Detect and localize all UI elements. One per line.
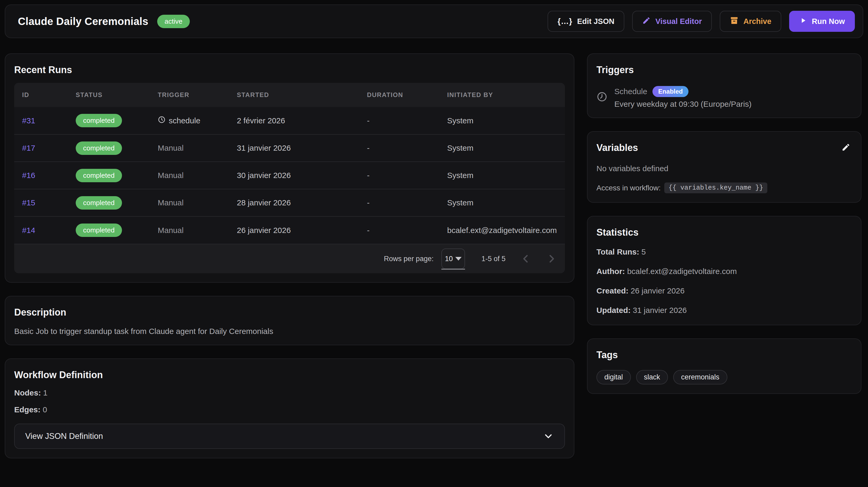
trigger-cell: Manual [158, 216, 237, 244]
tag-chip: ceremonials [673, 370, 727, 385]
stat-updated: Updated: 31 janvier 2026 [596, 305, 852, 316]
enabled-badge: Enabled [652, 86, 688, 97]
topbar-actions: {…} Edit JSON Visual Editor Archive Run [548, 11, 855, 32]
recent-runs-title: Recent Runs [14, 64, 565, 75]
page-title: Claude Daily Ceremonials [18, 16, 148, 27]
col-header-id: ID [14, 83, 76, 107]
recent-runs-card: Recent Runs ID STATUS TRIGGER ST [5, 53, 575, 283]
status-badge: active [157, 15, 190, 28]
runs-table: ID STATUS TRIGGER STARTED DURATION INITI… [14, 83, 565, 273]
col-header-duration: DURATION [367, 83, 447, 107]
initiated-by-cell: bcalef.ext@zadigetvoltaire.com [447, 216, 565, 244]
archive-label: Archive [743, 17, 771, 26]
edges-value: 0 [42, 405, 47, 414]
edges-line: Edges: 0 [14, 405, 565, 414]
pencil-icon [642, 16, 651, 27]
triggers-title: Triggers [596, 64, 852, 75]
col-header-initiated-by: INITIATED BY [447, 83, 565, 107]
next-page-button[interactable] [546, 252, 558, 265]
rows-per-page-value: 10 [445, 255, 453, 263]
table-row: #31 completed schedule [14, 107, 565, 134]
variables-card: Variables No variables defined Access in… [587, 131, 861, 203]
col-header-trigger: TRIGGER [158, 83, 237, 107]
chevron-right-icon [546, 252, 558, 265]
started-cell: 31 janvier 2026 [237, 134, 367, 162]
table-row: #14 completed Manual 26 janvier 2026 - b… [14, 216, 565, 244]
visual-editor-button[interactable]: Visual Editor [632, 11, 712, 32]
caret-down-icon [455, 257, 462, 261]
started-cell: 30 janvier 2026 [237, 162, 367, 189]
tag-chip: slack [636, 370, 668, 385]
stat-created: Created: 26 janvier 2026 [596, 285, 852, 296]
access-code-chip: {{ variables.key_name }} [664, 182, 767, 193]
edit-json-button[interactable]: {…} Edit JSON [548, 11, 624, 32]
table-row: #15 completed Manual 28 janvier 2026 - S… [14, 189, 565, 216]
stat-author: Author: bcalef.ext@zadigetvoltaire.com [596, 266, 852, 277]
trigger-cell: Manual [158, 162, 237, 189]
col-header-started: STARTED [237, 83, 367, 107]
run-id-link[interactable]: #14 [22, 226, 35, 235]
statistics-title: Statistics [596, 227, 852, 238]
description-card: Description Basic Job to trigger standup… [5, 296, 575, 345]
chevron-left-icon [519, 252, 532, 265]
variables-empty-text: No variables defined [596, 164, 852, 173]
nodes-label: Nodes: [14, 388, 41, 397]
main-column: Recent Runs ID STATUS TRIGGER ST [5, 53, 575, 458]
view-json-accordion[interactable]: View JSON Definition [14, 424, 565, 449]
triggers-card: Triggers Schedule Enabled Every weekday … [587, 53, 861, 118]
run-id-link[interactable]: #17 [22, 144, 35, 152]
tags-list: digital slack ceremonials [596, 370, 852, 385]
sidebar-column: Triggers Schedule Enabled Every weekday … [587, 53, 861, 394]
run-now-label: Run Now [812, 17, 845, 26]
nodes-line: Nodes: 1 [14, 388, 565, 397]
trigger-cell: Manual [158, 134, 237, 162]
run-id-link[interactable]: #31 [22, 116, 35, 125]
initiated-by-cell: System [447, 134, 565, 162]
status-chip: completed [76, 114, 122, 127]
duration-cell: - [367, 162, 447, 189]
pagination-range: 1-5 of 5 [481, 255, 505, 263]
statistics-card: Statistics Total Runs: 5 Author: bcalef.… [587, 216, 861, 325]
archive-button[interactable]: Archive [720, 11, 781, 32]
run-now-button[interactable]: Run Now [789, 11, 855, 32]
stat-total-runs: Total Runs: 5 [596, 246, 852, 257]
play-icon [799, 17, 807, 26]
table-row: #17 completed Manual 31 janvier 2026 - S… [14, 134, 565, 162]
duration-cell: - [367, 216, 447, 244]
variables-title: Variables [596, 142, 638, 153]
view-json-label: View JSON Definition [25, 431, 103, 441]
topbar: Claude Daily Ceremonials active {…} Edit… [5, 4, 863, 38]
run-id-link[interactable]: #15 [22, 198, 35, 207]
clock-icon [158, 116, 165, 125]
started-cell: 26 janvier 2026 [237, 216, 367, 244]
trigger-detail: Every weekday at 09:30 (Europe/Paris) [614, 100, 751, 109]
page: Claude Daily Ceremonials active {…} Edit… [0, 0, 868, 463]
tag-chip: digital [596, 370, 631, 385]
variables-access-line: Access in workflow: {{ variables.key_nam… [596, 182, 852, 193]
col-header-status: STATUS [76, 83, 158, 107]
description-title: Description [14, 307, 565, 318]
access-label: Access in workflow: [596, 184, 660, 192]
edit-variables-button[interactable] [840, 141, 852, 154]
started-cell: 28 janvier 2026 [237, 189, 367, 216]
description-text: Basic Job to trigger standup task from C… [14, 327, 565, 336]
workflow-definition-title: Workflow Definition [14, 369, 565, 381]
run-id-link[interactable]: #16 [22, 171, 35, 180]
visual-editor-label: Visual Editor [655, 17, 702, 26]
trigger-cell: Manual [158, 189, 237, 216]
nodes-value: 1 [43, 388, 48, 397]
table-header-row: ID STATUS TRIGGER STARTED DURATION INITI… [14, 83, 565, 107]
initiated-by-cell: System [447, 107, 565, 134]
initiated-by-cell: System [447, 162, 565, 189]
started-cell: 2 février 2026 [237, 107, 367, 134]
status-chip: completed [76, 196, 122, 210]
duration-cell: - [367, 189, 447, 216]
table-pagination: Rows per page: 10 1-5 of 5 [14, 244, 565, 273]
workflow-definition-card: Workflow Definition Nodes: 1 Edges: 0 Vi… [5, 358, 575, 458]
trigger-name: Schedule [614, 87, 647, 96]
tags-title: Tags [596, 349, 852, 361]
rows-per-page-select[interactable]: 10 [441, 248, 465, 269]
clock-icon [596, 91, 608, 103]
initiated-by-cell: System [447, 189, 565, 216]
previous-page-button[interactable] [519, 252, 532, 265]
